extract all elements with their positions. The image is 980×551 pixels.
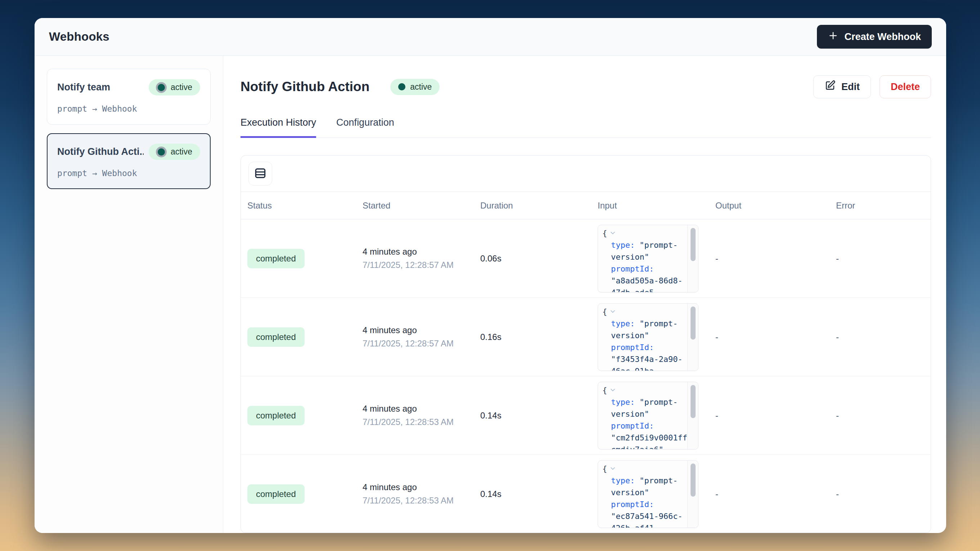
duration-value: 0.14s — [480, 489, 501, 499]
webhook-name: Notify Github Acti... — [57, 146, 144, 158]
json-open-brace: { — [602, 384, 607, 396]
json-key-type: type: — [611, 239, 635, 251]
json-scrollbar-thumb[interactable] — [690, 463, 695, 497]
output-cell: - — [715, 411, 836, 420]
error-value: - — [836, 411, 839, 420]
completed-badge: completed — [247, 484, 305, 504]
input-cell: { type: "prompt- version" promptId: — [598, 382, 715, 449]
active-dot-icon — [398, 83, 406, 91]
input-json-viewer[interactable]: { type: "prompt- version" promptId: — [598, 460, 698, 528]
create-webhook-button[interactable]: Create Webhook — [817, 25, 932, 49]
duration-cell: 0.06s — [480, 253, 598, 264]
duration-value: 0.16s — [480, 332, 501, 342]
webhook-detail-panel: Notify Github Action active Edit Dele — [223, 56, 946, 533]
column-header-duration: Duration — [480, 201, 598, 211]
error-value: - — [836, 489, 839, 499]
duration-cell: 0.16s — [480, 332, 598, 342]
started-cell: 4 minutes ago 7/11/2025, 12:28:57 AM — [363, 247, 480, 270]
detail-title-group: Notify Github Action active — [240, 79, 440, 95]
json-value-prompt-id: "cm2fd5i9v0001ff — [611, 432, 687, 444]
json-value-type: "prompt- — [640, 475, 678, 487]
chevron-down-icon[interactable] — [609, 386, 616, 393]
output-value: - — [715, 489, 718, 499]
input-cell: { type: "prompt- version" promptId: — [598, 303, 715, 371]
edit-button-label: Edit — [842, 81, 860, 92]
webhook-list-sidebar: Notify team active prompt → Webhook Noti… — [35, 56, 223, 533]
webhooks-window: Webhooks Create Webhook Notify team acti… — [35, 18, 946, 533]
sidebar-item-notify-github-action[interactable]: Notify Github Acti... active prompt → We… — [47, 133, 211, 189]
column-header-error: Error — [836, 201, 931, 211]
json-key-prompt-id: promptId: — [611, 341, 654, 353]
chevron-down-icon[interactable] — [609, 229, 616, 237]
json-key-type: type: — [611, 318, 635, 330]
json-content: { type: "prompt- version" promptId: — [598, 225, 687, 292]
column-header-started: Started — [363, 201, 480, 211]
json-open-brace: { — [602, 463, 607, 475]
json-scrollbar[interactable] — [687, 225, 698, 292]
window-body: Notify team active prompt → Webhook Noti… — [35, 56, 946, 533]
completed-badge: completed — [247, 249, 305, 268]
completed-badge: completed — [247, 406, 305, 425]
input-cell: { type: "prompt- version" promptId: — [598, 460, 715, 528]
tab-configuration[interactable]: Configuration — [336, 117, 394, 138]
webhook-detail-title: Notify Github Action — [240, 79, 369, 94]
tab-execution-history[interactable]: Execution History — [240, 117, 316, 138]
page-title: Webhooks — [49, 30, 110, 44]
create-webhook-label: Create Webhook — [844, 31, 921, 43]
json-value-prompt-id-clipped: 426b-af41 — [611, 522, 654, 527]
json-value-prompt-id: "ec87a541-966c- — [611, 510, 682, 522]
delete-button[interactable]: Delete — [880, 75, 931, 98]
duration-value: 0.06s — [480, 253, 501, 263]
started-relative: 4 minutes ago — [363, 247, 480, 257]
column-header-output: Output — [715, 201, 836, 211]
input-json-viewer[interactable]: { type: "prompt- version" promptId: — [598, 303, 698, 371]
json-scrollbar-thumb[interactable] — [690, 385, 695, 418]
execution-row: completed 4 minutes ago 7/11/2025, 12:28… — [241, 298, 931, 376]
json-value-prompt-id: "f3453f4a-2a90- — [611, 353, 682, 365]
json-value-type-wrap: version" — [611, 251, 649, 263]
output-cell: - — [715, 489, 836, 499]
input-json-viewer[interactable]: { type: "prompt- version" promptId: — [598, 225, 698, 292]
completed-badge: completed — [247, 327, 305, 347]
json-scrollbar[interactable] — [687, 304, 698, 371]
json-scrollbar-thumb[interactable] — [690, 306, 695, 339]
input-json-viewer[interactable]: { type: "prompt- version" promptId: — [598, 382, 698, 449]
webhook-route: prompt → Webhook — [57, 104, 200, 113]
detail-actions: Edit Delete — [813, 75, 931, 98]
column-header-status: Status — [247, 201, 363, 211]
sidebar-item-notify-team[interactable]: Notify team active prompt → Webhook — [47, 69, 211, 124]
json-key-prompt-id: promptId: — [611, 420, 654, 432]
status-cell: completed — [247, 327, 363, 347]
execution-row: completed 4 minutes ago 7/11/2025, 12:28… — [241, 376, 931, 455]
webhook-card-header: Notify team active — [57, 79, 200, 96]
delete-button-label: Delete — [891, 81, 920, 92]
table-view-button[interactable] — [248, 162, 272, 185]
chevron-down-icon[interactable] — [609, 465, 616, 472]
output-value: - — [715, 411, 718, 420]
started-relative: 4 minutes ago — [363, 325, 480, 335]
status-cell: completed — [247, 484, 363, 504]
detail-tabs: Execution History Configuration — [240, 117, 931, 138]
execution-row: completed 4 minutes ago 7/11/2025, 12:28… — [241, 219, 931, 298]
json-scrollbar-thumb[interactable] — [690, 228, 695, 261]
status-badge: active — [149, 144, 200, 160]
chevron-down-icon[interactable] — [609, 308, 616, 315]
webhook-route: prompt → Webhook — [57, 169, 200, 178]
edit-button[interactable]: Edit — [813, 75, 871, 98]
table-header-row: Status Started Duration Input Output Err… — [241, 192, 931, 219]
json-value-prompt-id-clipped: cmdiv7aia6" — [611, 444, 663, 449]
edit-pencil-icon — [824, 80, 836, 94]
desktop-background: { "window": { "title": "Webhooks", "crea… — [0, 0, 980, 551]
json-scrollbar[interactable] — [687, 382, 698, 449]
status-badge: active — [149, 79, 200, 96]
json-open-brace: { — [602, 306, 607, 318]
started-relative: 4 minutes ago — [363, 404, 480, 414]
input-cell: { type: "prompt- version" promptId: — [598, 225, 715, 292]
plus-icon — [828, 30, 838, 44]
json-value-prompt-id-clipped: 47db-ade5 — [611, 287, 654, 292]
error-cell: - — [836, 489, 931, 499]
status-badge-label: active — [171, 83, 192, 92]
error-cell: - — [836, 411, 931, 420]
json-scrollbar[interactable] — [687, 460, 698, 527]
table-rows-icon — [253, 166, 267, 181]
